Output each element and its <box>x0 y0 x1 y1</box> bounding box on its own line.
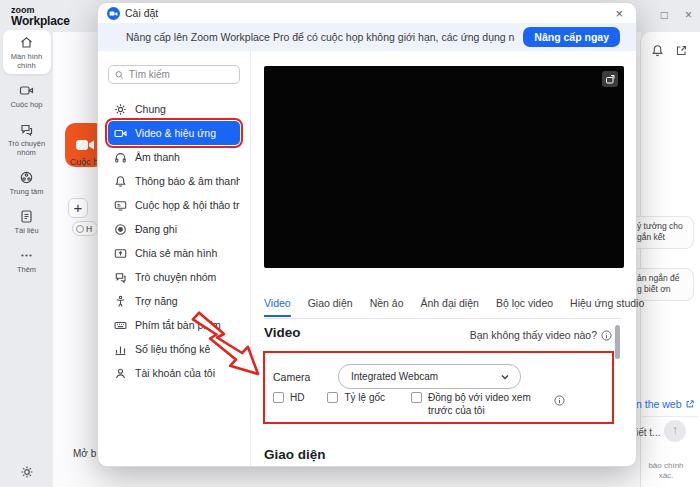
menu-item-label: Số liệu thống kê <box>135 343 210 355</box>
settings-tabs: Video Giao diện Nền ảo Ảnh đại diện Bộ l… <box>264 297 644 317</box>
dialog-close-icon[interactable]: × <box>615 6 623 21</box>
keyboard-icon <box>114 319 127 332</box>
settings-sidebar: Chung Video & hiệu ứng Âm thanh Thông bá… <box>98 51 251 466</box>
menu-item-audio[interactable]: Âm thanh <box>108 145 240 169</box>
original-ratio-checkbox[interactable] <box>327 392 338 403</box>
menu-item-video-effects[interactable]: Video & hiệu ứng <box>108 121 240 145</box>
dialog-titlebar: Cài đặt <box>98 3 636 23</box>
mirror-sync-checkbox[interactable] <box>411 392 422 403</box>
card-text: ý tưởng cho <box>637 221 693 232</box>
rail-item-meetings[interactable]: Cuộc họp <box>3 78 51 113</box>
home-icon <box>4 35 50 50</box>
bell-icon <box>114 175 127 188</box>
rotate-camera-icon <box>605 74 616 85</box>
hub-icon <box>4 170 50 185</box>
rail-item-team-chat[interactable]: Trò chuyện nhóm <box>3 117 51 161</box>
rail-settings-button[interactable] <box>0 465 53 479</box>
stats-icon <box>114 343 127 356</box>
menu-item-label: Đang ghi <box>135 223 177 235</box>
web-link[interactable]: n the web <box>636 398 695 410</box>
rail-item-home[interactable]: Màn hình chính <box>3 30 51 74</box>
tab-avatar[interactable]: Ảnh đại diện <box>420 297 478 317</box>
team-chat-icon <box>4 122 50 137</box>
menu-item-label: Chung <box>135 103 166 115</box>
window-controls: □ × <box>661 8 692 22</box>
external-link-icon <box>685 399 695 409</box>
gear-icon <box>114 103 127 116</box>
search-input[interactable] <box>129 69 233 80</box>
settings-search[interactable] <box>108 65 240 84</box>
info-icon <box>554 395 565 406</box>
no-video-help-text: Bạn không thấy video nào? <box>470 329 597 341</box>
upgrade-now-button[interactable]: Nâng cấp ngay <box>523 27 620 47</box>
original-ratio-label: Tỷ lệ gốc <box>344 391 385 404</box>
add-button[interactable]: + <box>68 198 88 218</box>
upgrade-banner-text: Nâng cấp lên Zoom Workplace Pro để có cu… <box>126 31 515 43</box>
menu-item-my-account[interactable]: Tài khoản của tôi <box>108 361 240 385</box>
mirror-sync-label: Đồng bộ với video xem trước của tôi <box>428 391 542 417</box>
video-preview <box>264 66 624 268</box>
menu-item-label: Trò chuyện nhóm <box>135 271 216 283</box>
menu-item-label: Phím tắt bàn phím <box>135 319 221 331</box>
menu-item-share-screen[interactable]: Chia sẻ màn hình <box>108 241 240 265</box>
video-icon <box>114 127 127 140</box>
more-icon <box>4 248 50 263</box>
tab-appearance[interactable]: Giao diện <box>308 297 353 317</box>
camera-icon <box>74 134 96 156</box>
composer-fragment[interactable]: iết t... <box>636 427 660 438</box>
settings-dialog: Cài đặt × Nâng cấp lên Zoom Workplace Pr… <box>97 2 637 467</box>
menu-item-accessibility[interactable]: Trợ năng <box>108 289 240 313</box>
background-pill[interactable]: H <box>72 221 98 236</box>
send-button[interactable]: ↑ <box>664 420 686 442</box>
menu-item-label: Cuộc họp & hội thảo trực t... <box>135 199 240 211</box>
rotate-camera-button[interactable] <box>602 71 618 87</box>
rail-item-label: Thêm <box>4 265 50 274</box>
dialog-title: Cài đặt <box>125 7 158 19</box>
rail-item-more[interactable]: Thêm <box>3 243 51 278</box>
tab-video-filters[interactable]: Bộ lọc video <box>496 297 553 317</box>
hd-checkbox[interactable] <box>273 392 284 403</box>
headphones-icon <box>114 151 127 164</box>
card-text: gắn kết <box>637 232 693 243</box>
tab-virtual-background[interactable]: Nền ảo <box>370 297 404 317</box>
notification-bell-icon[interactable] <box>651 44 664 57</box>
web-link-text: n the web <box>636 398 682 410</box>
menu-item-general[interactable]: Chung <box>108 97 240 121</box>
pill-label: H <box>86 224 92 234</box>
chat-icon <box>114 271 127 284</box>
scrollbar-thumb[interactable] <box>615 325 620 359</box>
tab-video[interactable]: Video <box>264 297 291 317</box>
zoom-workplace-logo: zoom Workplace <box>11 6 70 28</box>
video-options-row: HD Tỷ lệ gốc Đồng bộ với video xem trước… <box>273 391 565 417</box>
menu-item-recording[interactable]: Đang ghi <box>108 217 240 241</box>
rail-item-docs[interactable]: Tài liệu <box>3 204 51 239</box>
open-new-window-icon[interactable] <box>675 44 688 57</box>
open-fragment-text: Mở b <box>73 448 96 459</box>
menu-item-meetings-webinars[interactable]: Cuộc họp & hội thảo trực t... <box>108 193 240 217</box>
account-icon <box>114 367 127 380</box>
app-nav-rail: Màn hình chính Cuộc họp Trò chuyện nhóm … <box>0 30 53 487</box>
window-close-icon[interactable]: × <box>685 8 692 22</box>
no-video-help[interactable]: Bạn không thấy video nào? <box>470 329 612 341</box>
rail-item-hub[interactable]: Trung tâm <box>3 165 51 200</box>
menu-item-label: Video & hiệu ứng <box>135 127 216 139</box>
tab-studio-effects[interactable]: Hiệu ứng studio <box>570 297 644 317</box>
menu-item-notifications[interactable]: Thông báo & âm thanh <box>108 169 240 193</box>
menu-item-keyboard-shortcuts[interactable]: Phím tắt bàn phím <box>108 313 240 337</box>
webinar-icon <box>114 199 127 212</box>
card-text: ản ngắn để <box>637 273 693 284</box>
ai-disclaimer-text: bảo chính xác. <box>640 461 692 482</box>
accessibility-icon <box>114 295 127 308</box>
menu-item-label: Âm thanh <box>135 151 180 163</box>
menu-item-statistics[interactable]: Số liệu thống kê <box>108 337 240 361</box>
share-screen-icon <box>114 247 127 260</box>
maximize-icon[interactable]: □ <box>661 8 668 22</box>
zoom-app-icon <box>107 7 120 20</box>
camera-select-value: Integrated Webcam <box>351 371 500 382</box>
upgrade-banner: Nâng cấp lên Zoom Workplace Pro để có cu… <box>98 23 636 51</box>
logo-workplace: Workplace <box>11 15 70 28</box>
info-icon <box>601 330 612 341</box>
emoji-icon <box>76 225 84 233</box>
camera-select[interactable]: Integrated Webcam <box>338 364 521 389</box>
menu-item-team-chat[interactable]: Trò chuyện nhóm <box>108 265 240 289</box>
